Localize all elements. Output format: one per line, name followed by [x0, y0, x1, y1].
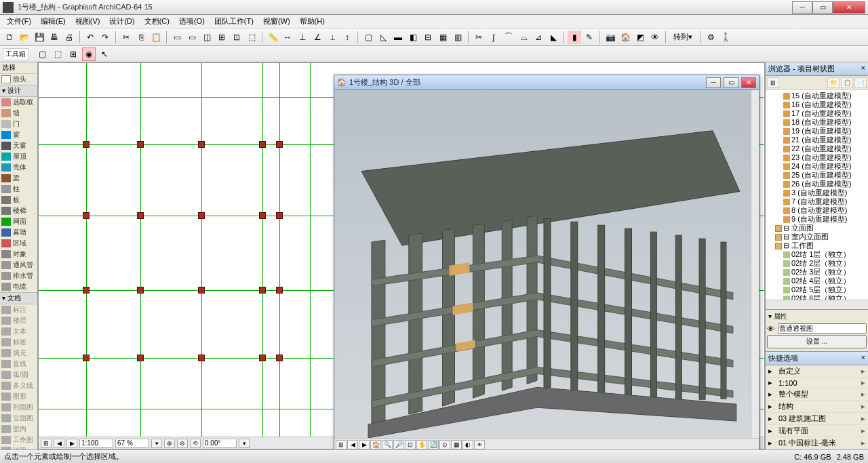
tool-icon[interactable]: ↔ — [281, 31, 294, 44]
quickopt-row[interactable]: ▸整个模型▸ — [766, 388, 868, 401]
tree-story[interactable]: 18 (自动重建模型) — [767, 118, 867, 127]
tree-story[interactable]: 21 (自动重建模型) — [767, 136, 867, 144]
tool-icon[interactable]: ⌒ — [502, 31, 515, 44]
tool-剖面图[interactable]: 剖面图 — [0, 402, 37, 413]
orbit-icon[interactable]: 🔄 — [428, 440, 439, 449]
quickopt-row[interactable]: ▸现有平面▸ — [766, 425, 868, 437]
tool-icon[interactable]: ↕ — [340, 31, 354, 44]
pan-icon[interactable]: ✋ — [416, 440, 427, 449]
tree-story[interactable]: 23 (自动重建模型) — [767, 153, 867, 162]
view-icon[interactable]: 👁 — [648, 31, 662, 44]
tool-icon[interactable]: ▦ — [436, 31, 450, 44]
tree-item[interactable]: 02结 4层（独立） — [767, 277, 867, 285]
nav-icon[interactable]: ⊙ — [439, 440, 450, 449]
highlight-icon[interactable]: ▮ — [568, 31, 581, 44]
tool-门[interactable]: 门 — [0, 119, 37, 129]
tree-story[interactable]: 8 (自动重建模型) — [767, 206, 867, 215]
tool-图形[interactable]: 图形 — [0, 391, 37, 402]
tool-icon[interactable]: ◧ — [406, 31, 420, 44]
paste-icon[interactable]: 📋 — [149, 31, 163, 44]
nav-icon[interactable]: ▾ — [239, 439, 250, 448]
menu-window[interactable]: 视窗(W) — [259, 15, 294, 28]
open-icon[interactable]: 📂 — [18, 31, 31, 44]
tool-icon[interactable]: ⊡ — [230, 31, 243, 44]
nav-btn-icon[interactable]: 📋 — [841, 77, 853, 88]
tool-icon[interactable]: ✂ — [472, 31, 486, 44]
tree-item[interactable]: 02结 5层（独立） — [767, 285, 867, 294]
quickopt-row[interactable]: ▸01 中国标注-毫米▸ — [766, 437, 868, 449]
panel-close-icon[interactable]: × — [861, 64, 865, 74]
nav-icon[interactable]: ⊞ — [41, 439, 52, 448]
tool-icon[interactable]: ◣ — [547, 31, 560, 44]
tool-窗[interactable]: 窗 — [0, 129, 37, 140]
maximize-button[interactable]: ▭ — [724, 77, 738, 88]
minimize-button[interactable]: ─ — [792, 1, 812, 14]
tool-icon[interactable]: ∫ — [487, 31, 500, 44]
print-icon[interactable]: 🖨 — [62, 31, 76, 44]
nav-icon[interactable]: ▶ — [359, 440, 370, 449]
tool-icon[interactable]: ⊟ — [421, 31, 435, 44]
nav-icon[interactable]: ⊕ — [164, 439, 175, 448]
tree-item[interactable]: 02结 2层（独立） — [767, 259, 867, 268]
tool-icon[interactable]: ◫ — [200, 31, 214, 44]
tool-icon[interactable]: ⊥ — [296, 31, 309, 44]
nav-icon[interactable]: ⊖ — [177, 439, 188, 448]
tool-通风管[interactable]: 通风管 — [0, 260, 37, 270]
nav-icon[interactable]: ⟲ — [190, 439, 201, 448]
undo-icon[interactable]: ↶ — [83, 31, 97, 44]
tool-对象[interactable]: 对象 — [0, 249, 37, 260]
tool-文本[interactable]: 文本 — [0, 326, 37, 337]
tree-item[interactable]: ⊟ 室内立面图 — [767, 233, 867, 241]
nav-icon[interactable]: ▦ — [451, 440, 462, 449]
fit-icon[interactable]: ⊡ — [405, 440, 416, 449]
3d-window-titlebar[interactable]: 🏠 1号楼_结构 3D / 全部 ─ ▭ ✕ — [334, 75, 759, 90]
tool-排水管[interactable]: 排水管 — [0, 270, 37, 281]
tree-story[interactable]: 24 (自动重建模型) — [767, 162, 867, 171]
tree-story[interactable]: 22 (自动重建模型) — [767, 144, 867, 153]
3d-viewport[interactable] — [334, 90, 751, 438]
nav-icon[interactable]: ☀ — [474, 440, 485, 449]
tree-story[interactable]: 26 (自动重建模型) — [767, 180, 867, 188]
tool-工作图[interactable]: 工作图 — [0, 435, 37, 445]
new-icon[interactable]: 🗋 — [3, 31, 16, 44]
tool-icon[interactable]: ▥ — [451, 31, 465, 44]
tree-story[interactable]: 25 (自动重建模型) — [767, 171, 867, 180]
tool-楼梯[interactable]: 楼梯 — [0, 205, 37, 216]
section-doc[interactable]: ▾ 文档 — [0, 292, 37, 304]
copy-icon[interactable]: ⎘ — [134, 31, 148, 44]
tool-icon[interactable]: ◺ — [376, 31, 390, 44]
tool-icon[interactable]: ▬ — [391, 31, 405, 44]
zoom-in-icon[interactable]: 🔍 — [382, 440, 393, 449]
tree-item[interactable]: 02结 1层（独立） — [767, 250, 867, 259]
section-icon[interactable]: ◩ — [633, 31, 647, 44]
scale-input[interactable] — [79, 439, 113, 448]
tool-多义线[interactable]: 多义线 — [0, 380, 37, 391]
nav-icon[interactable]: ◐ — [462, 440, 473, 449]
camera-icon[interactable]: 📷 — [604, 31, 617, 44]
menu-view[interactable]: 视图(V) — [71, 15, 104, 28]
tool-屋顶[interactable]: 屋顶 — [0, 151, 37, 162]
quickopt-row[interactable]: ▸自定义▸ — [766, 365, 868, 378]
nav-icon[interactable]: ◀ — [54, 439, 64, 448]
quickopt-row[interactable]: ▸结构▸ — [766, 401, 868, 413]
tree-item[interactable]: 02结 3层（独立） — [767, 268, 867, 277]
menu-help[interactable]: 帮助(H) — [296, 15, 329, 28]
tool-icon[interactable]: ⊿ — [532, 31, 545, 44]
quickopt-row[interactable]: ▸03 建筑施工图▸ — [766, 413, 868, 425]
tool-电缆[interactable]: 电缆 — [0, 281, 37, 292]
arrow-icon[interactable]: ↖ — [98, 47, 111, 61]
tool-区域[interactable]: 区域 — [0, 238, 37, 249]
tool-arrow[interactable]: 箭头 — [0, 74, 37, 85]
tool-立面图[interactable]: 立面图 — [0, 413, 37, 424]
tool-天窗[interactable]: 天窗 — [0, 140, 37, 151]
zoom-out-icon[interactable]: 🔎 — [393, 440, 404, 449]
props-value[interactable] — [778, 323, 867, 334]
edit-icon[interactable]: ✎ — [583, 31, 596, 44]
redo-icon[interactable]: ↷ — [98, 31, 112, 44]
nav-btn-icon[interactable]: ⊞ — [767, 77, 779, 88]
close-button[interactable]: ✕ — [833, 1, 865, 14]
nav-icon[interactable]: ⊞ — [336, 440, 347, 449]
nav-btn-icon[interactable]: 📁 — [827, 77, 840, 88]
tool-icon[interactable]: ▭ — [170, 31, 184, 44]
tool-板[interactable]: 板 — [0, 195, 37, 205]
